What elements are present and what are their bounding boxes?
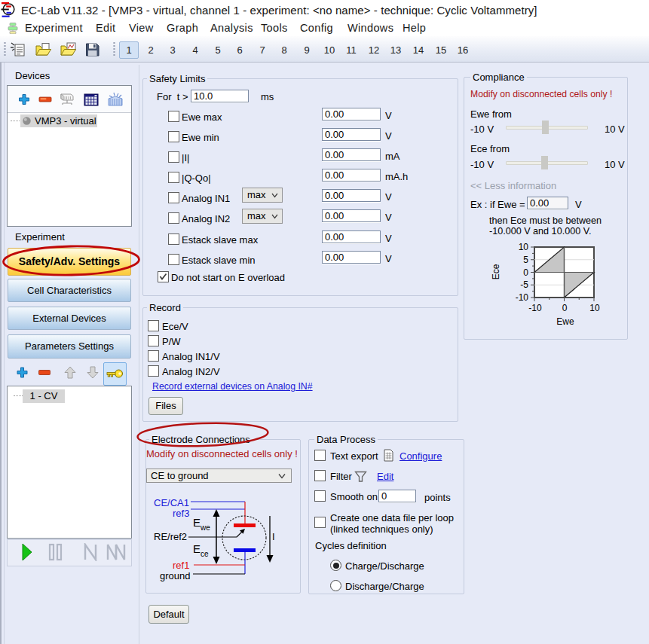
svg-text:ce: ce	[201, 550, 209, 558]
svg-text:0: 0	[523, 267, 528, 278]
svg-text:0: 0	[562, 303, 568, 313]
svg-text:ground: ground	[160, 570, 190, 581]
svg-text:Ewe: Ewe	[556, 316, 574, 327]
svg-text:ref1: ref1	[173, 560, 189, 571]
svg-text:-10: -10	[516, 292, 529, 303]
svg-text:ref3: ref3	[173, 508, 189, 519]
svg-text:-10: -10	[528, 303, 542, 313]
svg-text:CE/CA1: CE/CA1	[154, 497, 189, 508]
svg-text:-5: -5	[520, 279, 528, 290]
svg-text:we: we	[200, 523, 210, 532]
svg-text:E: E	[193, 516, 201, 529]
svg-text:10: 10	[519, 242, 529, 252]
svg-text:I: I	[272, 531, 275, 542]
svg-text:10: 10	[589, 303, 600, 313]
svg-text:Ece: Ece	[491, 264, 501, 279]
svg-text:E: E	[193, 542, 201, 555]
svg-text:5: 5	[523, 255, 528, 265]
svg-text:RE/ref2: RE/ref2	[154, 531, 187, 542]
